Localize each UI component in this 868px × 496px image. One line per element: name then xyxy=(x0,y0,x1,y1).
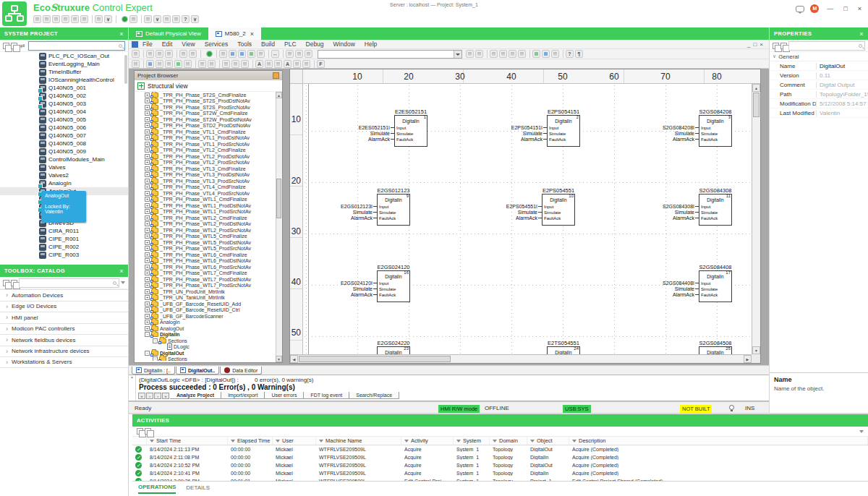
filter-icon[interactable] xyxy=(150,440,154,442)
expand-icon[interactable]: + xyxy=(145,135,150,140)
browser-item[interactable]: +_TPR_PH_Phase_VTL2_ProdDstNotAv xyxy=(135,153,282,160)
undo-icon[interactable] xyxy=(52,15,60,23)
browser-item[interactable]: +_TPR_PH_Phase_WTL2_ProdDstNotAv xyxy=(135,221,282,228)
menu-debug[interactable]: Debug xyxy=(306,40,324,48)
browser-item[interactable]: +_TPR_PH_Phase_VTL4_ProdSrcNotAv xyxy=(135,190,282,197)
menu-build[interactable]: Build xyxy=(261,40,275,48)
user-avatar[interactable]: M xyxy=(810,4,819,13)
expand-icon[interactable]: + xyxy=(145,209,150,214)
close-icon[interactable]: × xyxy=(131,375,134,380)
tree-item[interactable]: EventLogging_Main xyxy=(0,60,128,68)
filter-icon[interactable] xyxy=(404,440,409,442)
browser-item[interactable]: DLogic xyxy=(135,344,282,351)
pointer-icon[interactable] xyxy=(132,60,140,68)
browser-item[interactable]: +_TPR_PH_Phase_ST2S_CmdFinalize xyxy=(135,92,282,98)
caret-down-icon[interactable]: ∨ xyxy=(104,15,112,23)
tree-item[interactable]: CIPE_R001 xyxy=(0,235,128,243)
comment-icon[interactable] xyxy=(302,60,310,68)
column-header[interactable]: Start Time xyxy=(147,437,228,445)
browser-item[interactable]: -DigitalIn xyxy=(135,332,282,338)
tree-item[interactable]: Q140N05_003 xyxy=(0,100,128,108)
toolbox-item[interactable]: ›Edge I/O Devices xyxy=(0,301,128,312)
sync-icon[interactable]: ⇄ xyxy=(20,43,25,49)
tree-item[interactable]: Q140N05_005 xyxy=(0,116,128,124)
toolbox-search-input[interactable] xyxy=(19,278,119,288)
browser-item[interactable]: +_UFB_GF_Barcode_ResetUID_Ctrl xyxy=(135,307,282,314)
footer-tab-details[interactable]: DETAILS xyxy=(186,482,210,493)
prev-tab-icon[interactable]: ‹ xyxy=(146,393,153,399)
expand-icon[interactable]: + xyxy=(145,258,150,263)
close-icon[interactable]: × xyxy=(859,30,864,38)
caret-down-icon[interactable]: ∨ xyxy=(153,15,161,23)
expand-icon[interactable]: + xyxy=(145,320,150,325)
column-header[interactable]: Domain xyxy=(490,437,527,445)
expand-icon[interactable]: + xyxy=(145,277,150,282)
struct-icon[interactable] xyxy=(532,50,540,58)
chat-icon[interactable] xyxy=(796,6,804,12)
collapse-all-icon[interactable] xyxy=(780,43,787,49)
tree-item[interactable]: CIPE_R002 xyxy=(0,243,128,251)
expand-icon[interactable]: + xyxy=(145,142,150,147)
activity-row[interactable]: ✓8/14/2024 2:09:36 PM00:01:01MickaelWTFR… xyxy=(132,477,868,481)
footer-tab-operations[interactable]: OPERATIONS xyxy=(138,482,176,494)
collapse-all-icon[interactable] xyxy=(11,280,17,286)
import-icon[interactable] xyxy=(257,50,265,58)
maximize-button[interactable]: □ xyxy=(841,5,849,12)
gear-icon[interactable] xyxy=(163,15,171,23)
browser-item[interactable]: +_TPR_PH_Phase_WTL2_ProdSrcNotAv xyxy=(135,227,282,234)
toolbox-item[interactable]: ›Network infrastructure devices xyxy=(0,346,128,357)
paste-icon[interactable] xyxy=(80,15,88,23)
structural-view-row[interactable]: Structural view xyxy=(135,80,282,92)
cut-icon[interactable] xyxy=(146,50,154,58)
output-tab[interactable]: User errors xyxy=(265,392,304,399)
filter-icon[interactable] xyxy=(319,440,323,442)
browser-item[interactable]: +_UFB_GF_BarcodeScanner xyxy=(135,313,282,320)
jump-icon[interactable] xyxy=(265,60,273,68)
browser-item[interactable]: +_TPR_PH_Phase_WTL5_ProdDstNotAv xyxy=(135,239,282,246)
browser-item[interactable]: +_TPR_PH_Phase_WTL7_ProdSrcNotAv xyxy=(135,283,282,289)
ffb-select-icon[interactable] xyxy=(174,60,182,68)
column-header[interactable]: Elapsed Time xyxy=(228,437,273,445)
browser-item[interactable]: -Sections xyxy=(135,356,282,362)
expand-icon[interactable]: + xyxy=(145,270,150,275)
build-icon[interactable] xyxy=(238,50,246,58)
menu-help[interactable]: Help xyxy=(365,40,377,48)
expand-icon[interactable]: + xyxy=(145,221,150,226)
cascade-icon[interactable] xyxy=(499,50,507,58)
tab-m580-2[interactable]: M580_2× xyxy=(208,27,261,40)
link-draw-icon[interactable] xyxy=(198,60,206,68)
tree-item[interactable]: Q140N05_007 xyxy=(0,132,128,140)
expand-icon[interactable]: + xyxy=(145,203,150,208)
tree-item[interactable]: PLC_PLC_IOScan_Out xyxy=(0,52,128,60)
expand-icon[interactable]: + xyxy=(145,179,150,184)
tab-default-physical-view[interactable]: Default Physical View xyxy=(129,27,208,40)
tile-icon[interactable] xyxy=(490,50,498,58)
menu-tools[interactable]: Tools xyxy=(237,40,252,48)
screen-icon[interactable] xyxy=(247,50,255,58)
fbd-canvas[interactable]: E2ES0521511DigitalInInputSimulateFaultAc… xyxy=(303,84,752,354)
expand-icon[interactable]: + xyxy=(145,228,150,233)
browser-item[interactable]: +_TPR_PH_Phase_VTL1_CmdFinalize xyxy=(135,129,282,135)
expand-icon[interactable]: + xyxy=(145,289,150,294)
output-tab[interactable]: Search/Replace xyxy=(349,392,399,399)
expand-icon[interactable]: + xyxy=(145,154,150,159)
vertical-scrollbar[interactable]: ▲ ▼ xyxy=(752,84,760,354)
export-icon[interactable] xyxy=(145,428,151,435)
toolbox-item[interactable]: ›Automation Devices xyxy=(0,289,128,301)
tree-item[interactable]: CIRA_R011 xyxy=(0,227,128,235)
activity-row[interactable]: ✓8/14/2024 2:10:41 PM00:00:00MickaelWTFR… xyxy=(132,469,868,477)
expand-all-icon[interactable] xyxy=(773,43,779,49)
tree-item[interactable]: Valves2 xyxy=(0,171,128,179)
property-row[interactable]: PathTopology\Folder_1\Projec xyxy=(770,90,868,99)
copy-icon[interactable] xyxy=(156,50,163,58)
browser-item[interactable]: +_TPR_PH_Phase_VTL1_ProdSrcNotAv xyxy=(135,141,282,147)
browser-item[interactable]: +_TPR_PH_Phase_WTL7_ProdDstNotAv xyxy=(135,276,282,283)
analyze-icon[interactable] xyxy=(229,50,237,58)
toolbox-item[interactable]: ›Network fieldbus devices xyxy=(0,334,128,346)
search-icon[interactable] xyxy=(219,50,227,58)
mdi-close-button[interactable]: × xyxy=(760,41,763,48)
browser-item[interactable]: +_TPR_PH_Phase_VTL3_CmdFinalize xyxy=(135,166,282,172)
scroll-down-icon[interactable]: ▼ xyxy=(752,346,760,354)
scrollbar-thumb[interactable] xyxy=(124,55,127,84)
menu-file[interactable]: File xyxy=(142,40,153,48)
